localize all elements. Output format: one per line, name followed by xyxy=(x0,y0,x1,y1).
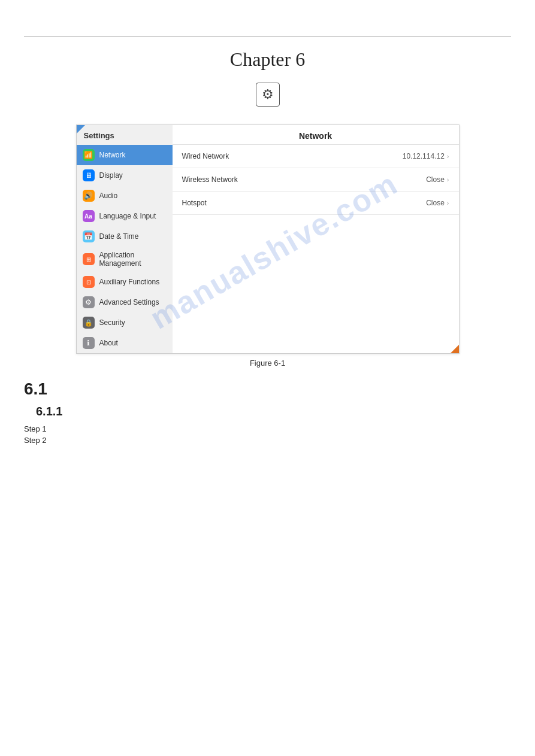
figure-container: manualshive.com Settings 📶 Network 🖥 Dis… xyxy=(24,125,511,368)
chapter-heading: Chapter 6 xyxy=(0,48,535,71)
main-content-title: Network xyxy=(173,125,459,145)
corner-triangle-top-left xyxy=(77,125,85,133)
auxiliary-icon: ⊡ xyxy=(83,276,95,288)
sidebar-item-language[interactable]: Aa Language & Input xyxy=(77,206,173,226)
advanced-icon: ⚙ xyxy=(83,296,95,308)
gear-icon: ⚙ xyxy=(262,87,274,102)
sidebar-item-audio[interactable]: 🔊 Audio xyxy=(77,186,173,206)
wireless-network-label: Wireless Network xyxy=(182,175,238,184)
sidebar-item-auxiliary[interactable]: ⊡ Auxiliary Functions xyxy=(77,272,173,292)
sidebar-label-datetime: Date & Time xyxy=(99,232,139,241)
section-6-1-1-heading: 6.1.1 xyxy=(36,405,499,418)
sidebar-item-datetime[interactable]: 📅 Date & Time xyxy=(77,226,173,247)
settings-ui: manualshive.com Settings 📶 Network 🖥 Dis… xyxy=(76,125,460,354)
figure-caption: Figure 6-1 xyxy=(250,359,285,368)
sidebar-label-about: About xyxy=(99,339,118,347)
step-1-text: Step 1 xyxy=(24,424,511,433)
datetime-icon: 📅 xyxy=(83,230,95,242)
settings-sidebar: Settings 📶 Network 🖥 Display 🔊 Audio Aa … xyxy=(77,125,173,353)
settings-icon-area: ⚙ xyxy=(0,83,535,107)
audio-icon: 🔊 xyxy=(83,190,95,202)
sidebar-item-about[interactable]: ℹ About xyxy=(77,333,173,353)
sidebar-label-language: Language & Input xyxy=(99,212,156,220)
top-divider xyxy=(24,36,511,37)
hotspot-chevron-icon: › xyxy=(447,199,449,207)
corner-triangle-bottom-right xyxy=(451,345,459,353)
wired-chevron-icon: › xyxy=(447,153,449,160)
language-icon: Aa xyxy=(83,210,95,222)
network-icon: 📶 xyxy=(83,149,95,161)
sidebar-label-security: Security xyxy=(99,318,125,327)
appmanagement-icon: ⊞ xyxy=(83,253,95,265)
main-content-area: Network Wired Network 10.12.114.12 › Wir… xyxy=(173,125,459,353)
sidebar-item-advanced[interactable]: ⚙ Advanced Settings xyxy=(77,292,173,312)
wired-network-row[interactable]: Wired Network 10.12.114.12 › xyxy=(173,145,459,168)
sidebar-item-network[interactable]: 📶 Network xyxy=(77,145,173,165)
sidebar-label-display: Display xyxy=(99,171,123,180)
sidebar-label-appmanagement: Application Management xyxy=(99,251,167,268)
about-icon: ℹ xyxy=(83,337,95,349)
display-icon: 🖥 xyxy=(83,169,95,181)
wired-network-label: Wired Network xyxy=(182,152,229,160)
hotspot-label: Hotspot xyxy=(182,199,207,207)
sidebar-label-audio: Audio xyxy=(99,192,118,200)
sidebar-label-auxiliary: Auxiliary Functions xyxy=(99,278,160,286)
sidebar-label-advanced: Advanced Settings xyxy=(99,298,159,306)
sidebar-item-appmanagement[interactable]: ⊞ Application Management xyxy=(77,247,173,272)
security-icon: 🔒 xyxy=(83,317,95,329)
sidebar-item-display[interactable]: 🖥 Display xyxy=(77,165,173,186)
wireless-chevron-icon: › xyxy=(447,176,449,183)
step-2-text: Step 2 xyxy=(24,436,511,445)
sidebar-label-network: Network xyxy=(99,151,126,159)
hotspot-row[interactable]: Hotspot Close › xyxy=(173,192,459,215)
sidebar-item-security[interactable]: 🔒 Security xyxy=(77,312,173,333)
section-6-1-heading: 6.1 xyxy=(24,379,511,399)
wired-network-value: 10.12.114.12 › xyxy=(403,152,449,160)
wireless-network-row[interactable]: Wireless Network Close › xyxy=(173,168,459,192)
sidebar-title: Settings xyxy=(77,125,173,145)
settings-icon-box: ⚙ xyxy=(256,83,280,107)
hotspot-value: Close › xyxy=(426,199,449,207)
wireless-network-value: Close › xyxy=(426,175,449,184)
